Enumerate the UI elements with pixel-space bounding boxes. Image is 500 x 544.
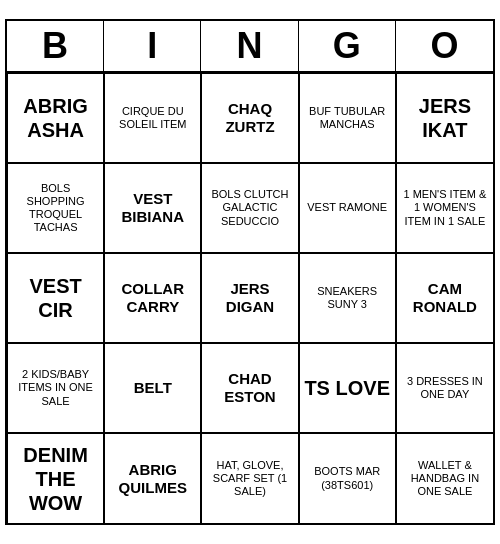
bingo-cell[interactable]: 2 KIDS/BABY ITEMS IN ONE SALE	[7, 343, 104, 433]
bingo-cell[interactable]: BOLS CLUTCH GALACTIC SEDUCCIO	[201, 163, 298, 253]
bingo-cell[interactable]: SNEAKERS SUNY 3	[299, 253, 396, 343]
bingo-cell[interactable]: VEST RAMONE	[299, 163, 396, 253]
bingo-cell[interactable]: VEST BIBIANA	[104, 163, 201, 253]
bingo-cell[interactable]: CHAQ ZURTZ	[201, 73, 298, 163]
bingo-cell[interactable]: WALLET & HANDBAG IN ONE SALE	[396, 433, 493, 523]
bingo-cell[interactable]: BOOTS MAR (38TS601)	[299, 433, 396, 523]
bingo-cell[interactable]: CHAD ESTON	[201, 343, 298, 433]
bingo-cell[interactable]: CAM RONALD	[396, 253, 493, 343]
bingo-cell[interactable]: COLLAR CARRY	[104, 253, 201, 343]
bingo-cell[interactable]: DENIM THE WOW	[7, 433, 104, 523]
bingo-cell[interactable]: JERS DIGAN	[201, 253, 298, 343]
bingo-cell[interactable]: ABRIG QUILMES	[104, 433, 201, 523]
bingo-cell[interactable]: ABRIG ASHA	[7, 73, 104, 163]
bingo-cell[interactable]: HAT, GLOVE, SCARF SET (1 SALE)	[201, 433, 298, 523]
header-letter: I	[104, 21, 201, 71]
bingo-cell[interactable]: 1 MEN'S ITEM & 1 WOMEN'S ITEM IN 1 SALE	[396, 163, 493, 253]
header-letter: G	[299, 21, 396, 71]
bingo-cell[interactable]: CIRQUE DU SOLEIL ITEM	[104, 73, 201, 163]
bingo-grid: ABRIG ASHACIRQUE DU SOLEIL ITEMCHAQ ZURT…	[7, 73, 493, 523]
bingo-header: BINGO	[7, 21, 493, 73]
header-letter: O	[396, 21, 493, 71]
bingo-cell[interactable]: VEST CIR	[7, 253, 104, 343]
bingo-card: BINGO ABRIG ASHACIRQUE DU SOLEIL ITEMCHA…	[5, 19, 495, 525]
bingo-cell[interactable]: BUF TUBULAR MANCHAS	[299, 73, 396, 163]
bingo-cell[interactable]: BOLS SHOPPING TROQUEL TACHAS	[7, 163, 104, 253]
bingo-cell[interactable]: 3 DRESSES IN ONE DAY	[396, 343, 493, 433]
bingo-cell[interactable]: TS LOVE	[299, 343, 396, 433]
bingo-cell[interactable]: BELT	[104, 343, 201, 433]
header-letter: B	[7, 21, 104, 71]
header-letter: N	[201, 21, 298, 71]
bingo-cell[interactable]: JERS IKAT	[396, 73, 493, 163]
